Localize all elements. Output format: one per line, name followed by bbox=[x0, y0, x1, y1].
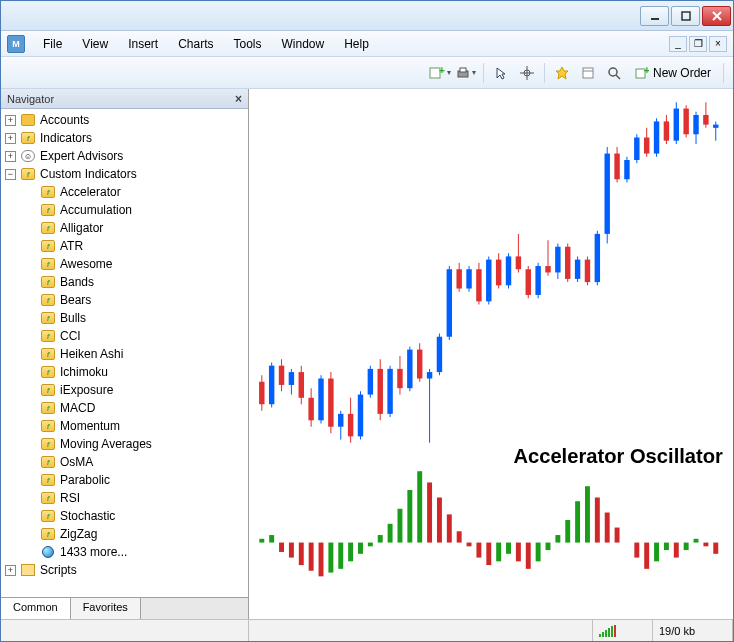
indicator-macd[interactable]: fMACD bbox=[1, 399, 248, 417]
svg-rect-126 bbox=[397, 509, 402, 543]
svg-rect-82 bbox=[575, 260, 580, 279]
indicator-icon: f bbox=[40, 473, 56, 487]
new-order-button[interactable]: +New Order bbox=[628, 61, 718, 85]
menu-window[interactable]: Window bbox=[272, 34, 335, 54]
indicator-zigzag[interactable]: fZigZag bbox=[1, 525, 248, 543]
tab-common[interactable]: Common bbox=[1, 598, 71, 619]
collapse-icon[interactable]: − bbox=[5, 169, 16, 180]
svg-rect-80 bbox=[565, 247, 570, 279]
menu-tools[interactable]: Tools bbox=[224, 34, 272, 54]
tree-item-label: iExposure bbox=[60, 383, 113, 397]
favorites-button[interactable] bbox=[550, 61, 574, 85]
menu-charts[interactable]: Charts bbox=[168, 34, 223, 54]
svg-rect-20 bbox=[269, 366, 274, 405]
tree-item-label: Alligator bbox=[60, 221, 103, 235]
window-close-button[interactable] bbox=[702, 6, 731, 26]
indicator-icon: f bbox=[40, 329, 56, 343]
svg-rect-136 bbox=[496, 543, 501, 562]
expand-icon[interactable]: + bbox=[5, 565, 16, 576]
indicator-rsi[interactable]: fRSI bbox=[1, 489, 248, 507]
tree-item-expert-advisors[interactable]: +☺Expert Advisors bbox=[1, 147, 248, 165]
navigator-close-button[interactable]: × bbox=[235, 92, 242, 106]
svg-rect-128 bbox=[417, 471, 422, 542]
indicator-moving-averages[interactable]: fMoving Averages bbox=[1, 435, 248, 453]
indicator-parabolic[interactable]: fParabolic bbox=[1, 471, 248, 489]
window-maximize-button[interactable] bbox=[671, 6, 700, 26]
menu-view[interactable]: View bbox=[72, 34, 118, 54]
more-indicators[interactable]: 1433 more... bbox=[1, 543, 248, 561]
print-button[interactable]: ▾ bbox=[454, 61, 478, 85]
indicator-momentum[interactable]: fMomentum bbox=[1, 417, 248, 435]
svg-rect-66 bbox=[496, 260, 501, 286]
zoom-button[interactable] bbox=[602, 61, 626, 85]
tree-item-label: OsMA bbox=[60, 455, 93, 469]
svg-rect-34 bbox=[338, 414, 343, 427]
mdi-close-button[interactable]: × bbox=[709, 36, 727, 52]
chart-area[interactable]: Accelerator Oscillator bbox=[249, 89, 733, 619]
mdi-minimize-button[interactable]: _ bbox=[669, 36, 687, 52]
folder-icon: f bbox=[20, 167, 36, 181]
chart-canvas[interactable]: Accelerator Oscillator bbox=[249, 89, 733, 619]
crosshair-button[interactable] bbox=[515, 61, 539, 85]
svg-rect-54 bbox=[437, 337, 442, 372]
svg-rect-38 bbox=[358, 395, 363, 437]
svg-rect-102 bbox=[674, 109, 679, 141]
tab-favorites[interactable]: Favorites bbox=[71, 598, 141, 619]
svg-rect-116 bbox=[299, 543, 304, 566]
menu-help[interactable]: Help bbox=[334, 34, 379, 54]
indicator-atr[interactable]: fATR bbox=[1, 237, 248, 255]
svg-rect-150 bbox=[634, 543, 639, 558]
indicator-ichimoku[interactable]: fIchimoku bbox=[1, 363, 248, 381]
svg-rect-143 bbox=[565, 520, 570, 543]
indicator-icon: f bbox=[40, 275, 56, 289]
svg-rect-108 bbox=[703, 115, 708, 125]
menu-file[interactable]: File bbox=[33, 34, 72, 54]
svg-rect-124 bbox=[378, 535, 383, 543]
tree-item-scripts[interactable]: +Scripts bbox=[1, 561, 248, 579]
tree-item-label: Expert Advisors bbox=[40, 149, 123, 163]
indicator-icon: f bbox=[40, 491, 56, 505]
indicator-bands[interactable]: fBands bbox=[1, 273, 248, 291]
menu-insert[interactable]: Insert bbox=[118, 34, 168, 54]
tree-item-custom-indicators[interactable]: −fCustom Indicators bbox=[1, 165, 248, 183]
mdi-restore-button[interactable]: ❐ bbox=[689, 36, 707, 52]
properties-button[interactable] bbox=[576, 61, 600, 85]
indicator-awesome[interactable]: fAwesome bbox=[1, 255, 248, 273]
cursor-button[interactable] bbox=[489, 61, 513, 85]
indicator-icon: f bbox=[40, 365, 56, 379]
new-order-label: New Order bbox=[653, 66, 711, 80]
indicator-bulls[interactable]: fBulls bbox=[1, 309, 248, 327]
expand-icon[interactable]: + bbox=[5, 133, 16, 144]
indicator-alligator[interactable]: fAlligator bbox=[1, 219, 248, 237]
expand-icon[interactable]: + bbox=[5, 151, 16, 162]
tree-item-accounts[interactable]: +Accounts bbox=[1, 111, 248, 129]
indicator-iexposure[interactable]: fiExposure bbox=[1, 381, 248, 399]
svg-rect-48 bbox=[407, 350, 412, 389]
tree-item-indicators[interactable]: +fIndicators bbox=[1, 129, 248, 147]
navigator-tree[interactable]: +Accounts+fIndicators+☺Expert Advisors−f… bbox=[1, 109, 248, 597]
svg-rect-114 bbox=[279, 543, 284, 552]
indicator-accelerator[interactable]: fAccelerator bbox=[1, 183, 248, 201]
svg-rect-106 bbox=[693, 115, 698, 134]
svg-rect-96 bbox=[644, 137, 649, 153]
svg-rect-100 bbox=[664, 121, 669, 140]
indicator-stochastic[interactable]: fStochastic bbox=[1, 507, 248, 525]
svg-rect-18 bbox=[259, 382, 264, 404]
indicator-icon: f bbox=[40, 239, 56, 253]
tree-item-label: Bears bbox=[60, 293, 91, 307]
svg-rect-36 bbox=[348, 414, 353, 436]
indicator-osma[interactable]: fOsMA bbox=[1, 453, 248, 471]
indicator-heiken-ashi[interactable]: fHeiken Ashi bbox=[1, 345, 248, 363]
indicator-bears[interactable]: fBears bbox=[1, 291, 248, 309]
svg-rect-42 bbox=[378, 369, 383, 414]
indicator-cci[interactable]: fCCI bbox=[1, 327, 248, 345]
indicator-accumulation[interactable]: fAccumulation bbox=[1, 201, 248, 219]
folder-icon: f bbox=[20, 131, 36, 145]
window-minimize-button[interactable] bbox=[640, 6, 669, 26]
expand-icon[interactable]: + bbox=[5, 115, 16, 126]
svg-rect-120 bbox=[338, 543, 343, 569]
svg-rect-60 bbox=[466, 269, 471, 288]
svg-rect-70 bbox=[516, 256, 521, 269]
new-chart-button[interactable]: +▾ bbox=[428, 61, 452, 85]
svg-rect-156 bbox=[694, 539, 699, 543]
